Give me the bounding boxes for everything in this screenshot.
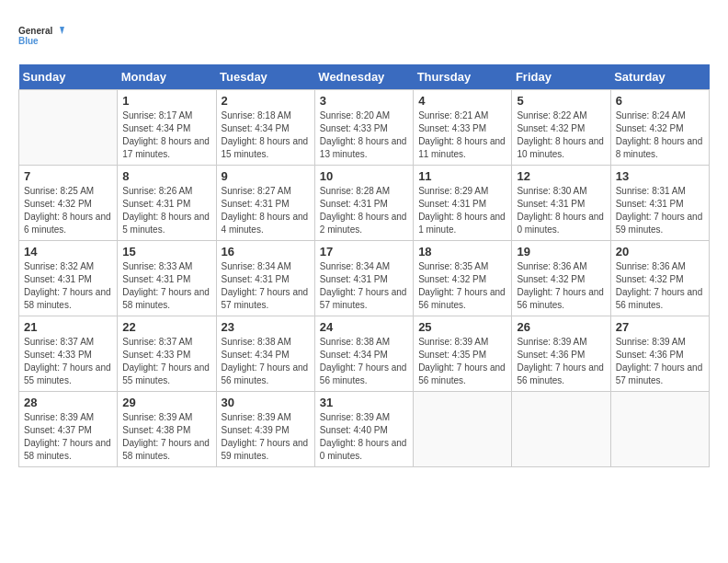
day-number: 28 xyxy=(24,396,112,409)
calendar-cell: 15Sunrise: 8:33 AMSunset: 4:31 PMDayligh… xyxy=(118,241,216,316)
day-number: 7 xyxy=(24,169,112,183)
calendar-cell: 7Sunrise: 8:25 AMSunset: 4:32 PMDaylight… xyxy=(19,166,118,241)
day-info: Sunrise: 8:27 AMSunset: 4:31 PMDaylight:… xyxy=(222,185,310,236)
calendar-cell xyxy=(414,392,512,467)
day-info: Sunrise: 8:38 AMSunset: 4:34 PMDaylight:… xyxy=(222,336,310,387)
weekday-header: Monday xyxy=(118,64,216,90)
day-info: Sunrise: 8:26 AMSunset: 4:31 PMDaylight:… xyxy=(122,185,210,236)
day-info: Sunrise: 8:39 AMSunset: 4:36 PMDaylight:… xyxy=(616,336,704,387)
day-info: Sunrise: 8:39 AMSunset: 4:37 PMDaylight:… xyxy=(24,411,112,463)
weekday-header: Tuesday xyxy=(216,64,314,90)
calendar-cell: 6Sunrise: 8:24 AMSunset: 4:32 PMDaylight… xyxy=(610,90,709,166)
day-info: Sunrise: 8:39 AMSunset: 4:38 PMDaylight:… xyxy=(122,411,210,463)
calendar-cell: 8Sunrise: 8:26 AMSunset: 4:31 PMDaylight… xyxy=(118,166,216,241)
day-number: 20 xyxy=(616,245,704,259)
calendar-cell: 22Sunrise: 8:37 AMSunset: 4:33 PMDayligh… xyxy=(118,316,216,392)
calendar-week-row: 28Sunrise: 8:39 AMSunset: 4:37 PMDayligh… xyxy=(19,392,710,467)
day-number: 11 xyxy=(418,169,506,183)
calendar-cell: 23Sunrise: 8:38 AMSunset: 4:34 PMDayligh… xyxy=(216,316,314,392)
day-number: 22 xyxy=(122,320,210,334)
day-info: Sunrise: 8:32 AMSunset: 4:31 PMDaylight:… xyxy=(24,260,112,312)
calendar-cell: 9Sunrise: 8:27 AMSunset: 4:31 PMDaylight… xyxy=(216,166,314,241)
calendar-cell: 11Sunrise: 8:29 AMSunset: 4:31 PMDayligh… xyxy=(414,166,512,241)
calendar-cell: 10Sunrise: 8:28 AMSunset: 4:31 PMDayligh… xyxy=(314,166,413,241)
day-number: 3 xyxy=(320,94,408,108)
calendar-week-row: 14Sunrise: 8:32 AMSunset: 4:31 PMDayligh… xyxy=(19,241,710,316)
weekday-header: Thursday xyxy=(414,64,512,90)
svg-text:Blue: Blue xyxy=(18,36,39,46)
day-info: Sunrise: 8:39 AMSunset: 4:35 PMDaylight:… xyxy=(418,336,506,387)
day-number: 10 xyxy=(320,169,408,183)
day-info: Sunrise: 8:39 AMSunset: 4:36 PMDaylight:… xyxy=(517,336,605,387)
day-info: Sunrise: 8:18 AMSunset: 4:34 PMDaylight:… xyxy=(222,109,310,161)
weekday-header: Saturday xyxy=(610,64,709,90)
day-number: 31 xyxy=(320,396,408,409)
day-number: 30 xyxy=(222,396,310,409)
logo: General Blue xyxy=(18,18,64,55)
calendar-cell: 28Sunrise: 8:39 AMSunset: 4:37 PMDayligh… xyxy=(19,392,118,467)
day-info: Sunrise: 8:25 AMSunset: 4:32 PMDaylight:… xyxy=(24,185,112,236)
day-number: 6 xyxy=(616,94,704,108)
day-number: 25 xyxy=(418,320,506,334)
day-info: Sunrise: 8:39 AMSunset: 4:40 PMDaylight:… xyxy=(320,411,408,463)
weekday-header: Friday xyxy=(512,64,610,90)
page-header: General Blue xyxy=(18,18,710,55)
weekday-header: Sunday xyxy=(19,64,118,90)
calendar-cell: 4Sunrise: 8:21 AMSunset: 4:33 PMDaylight… xyxy=(414,90,512,166)
calendar-cell xyxy=(610,392,709,467)
day-info: Sunrise: 8:38 AMSunset: 4:34 PMDaylight:… xyxy=(320,336,408,387)
day-info: Sunrise: 8:36 AMSunset: 4:32 PMDaylight:… xyxy=(517,260,605,312)
calendar-cell: 20Sunrise: 8:36 AMSunset: 4:32 PMDayligh… xyxy=(610,241,709,316)
svg-text:General: General xyxy=(18,26,52,36)
day-number: 13 xyxy=(616,169,704,183)
day-info: Sunrise: 8:37 AMSunset: 4:33 PMDaylight:… xyxy=(122,336,210,387)
calendar-cell: 14Sunrise: 8:32 AMSunset: 4:31 PMDayligh… xyxy=(19,241,118,316)
day-number: 27 xyxy=(616,320,704,334)
day-info: Sunrise: 8:35 AMSunset: 4:32 PMDaylight:… xyxy=(418,260,506,312)
day-info: Sunrise: 8:36 AMSunset: 4:32 PMDaylight:… xyxy=(616,260,704,312)
weekday-header: Wednesday xyxy=(314,64,413,90)
day-info: Sunrise: 8:30 AMSunset: 4:31 PMDaylight:… xyxy=(517,185,605,236)
calendar-cell: 27Sunrise: 8:39 AMSunset: 4:36 PMDayligh… xyxy=(610,316,709,392)
calendar-cell: 31Sunrise: 8:39 AMSunset: 4:40 PMDayligh… xyxy=(314,392,413,467)
day-info: Sunrise: 8:29 AMSunset: 4:31 PMDaylight:… xyxy=(418,185,506,236)
day-number: 21 xyxy=(24,320,112,334)
calendar-cell: 13Sunrise: 8:31 AMSunset: 4:31 PMDayligh… xyxy=(610,166,709,241)
calendar-cell: 3Sunrise: 8:20 AMSunset: 4:33 PMDaylight… xyxy=(314,90,413,166)
day-number: 15 xyxy=(122,245,210,259)
calendar-cell: 16Sunrise: 8:34 AMSunset: 4:31 PMDayligh… xyxy=(216,241,314,316)
calendar-table: SundayMondayTuesdayWednesdayThursdayFrid… xyxy=(18,64,710,467)
calendar-week-row: 1Sunrise: 8:17 AMSunset: 4:34 PMDaylight… xyxy=(19,90,710,166)
day-info: Sunrise: 8:31 AMSunset: 4:31 PMDaylight:… xyxy=(616,185,704,236)
calendar-cell: 29Sunrise: 8:39 AMSunset: 4:38 PMDayligh… xyxy=(118,392,216,467)
calendar-cell: 26Sunrise: 8:39 AMSunset: 4:36 PMDayligh… xyxy=(512,316,610,392)
calendar-cell: 1Sunrise: 8:17 AMSunset: 4:34 PMDaylight… xyxy=(118,90,216,166)
day-number: 5 xyxy=(517,94,605,108)
day-info: Sunrise: 8:20 AMSunset: 4:33 PMDaylight:… xyxy=(320,109,408,161)
day-number: 12 xyxy=(517,169,605,183)
weekday-header-row: SundayMondayTuesdayWednesdayThursdayFrid… xyxy=(19,64,710,90)
day-number: 9 xyxy=(222,169,310,183)
calendar-week-row: 7Sunrise: 8:25 AMSunset: 4:32 PMDaylight… xyxy=(19,166,710,241)
calendar-cell: 5Sunrise: 8:22 AMSunset: 4:32 PMDaylight… xyxy=(512,90,610,166)
day-info: Sunrise: 8:34 AMSunset: 4:31 PMDaylight:… xyxy=(320,260,408,312)
calendar-cell: 12Sunrise: 8:30 AMSunset: 4:31 PMDayligh… xyxy=(512,166,610,241)
day-number: 24 xyxy=(320,320,408,334)
calendar-cell: 2Sunrise: 8:18 AMSunset: 4:34 PMDaylight… xyxy=(216,90,314,166)
day-info: Sunrise: 8:21 AMSunset: 4:33 PMDaylight:… xyxy=(418,109,506,161)
day-info: Sunrise: 8:28 AMSunset: 4:31 PMDaylight:… xyxy=(320,185,408,236)
day-number: 16 xyxy=(222,245,310,259)
day-number: 26 xyxy=(517,320,605,334)
logo-svg: General Blue xyxy=(18,18,64,55)
day-info: Sunrise: 8:33 AMSunset: 4:31 PMDaylight:… xyxy=(122,260,210,312)
calendar-cell: 21Sunrise: 8:37 AMSunset: 4:33 PMDayligh… xyxy=(19,316,118,392)
calendar-cell: 19Sunrise: 8:36 AMSunset: 4:32 PMDayligh… xyxy=(512,241,610,316)
calendar-cell: 17Sunrise: 8:34 AMSunset: 4:31 PMDayligh… xyxy=(314,241,413,316)
day-info: Sunrise: 8:17 AMSunset: 4:34 PMDaylight:… xyxy=(122,109,210,161)
calendar-cell xyxy=(512,392,610,467)
day-number: 17 xyxy=(320,245,408,259)
day-info: Sunrise: 8:39 AMSunset: 4:39 PMDaylight:… xyxy=(222,411,310,463)
calendar-cell: 24Sunrise: 8:38 AMSunset: 4:34 PMDayligh… xyxy=(314,316,413,392)
day-info: Sunrise: 8:37 AMSunset: 4:33 PMDaylight:… xyxy=(24,336,112,387)
calendar-cell xyxy=(19,90,118,166)
